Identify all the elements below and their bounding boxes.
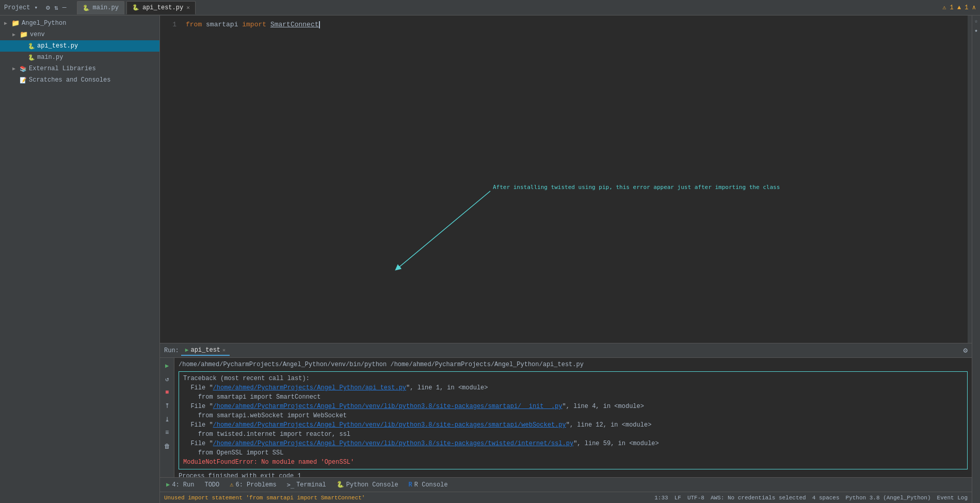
- status-python-ver[interactable]: Python 3.8 (Angel_Python): [846, 495, 931, 501]
- status-encoding[interactable]: UTF-8: [687, 495, 704, 501]
- root-label: Angel_Python: [22, 20, 66, 27]
- tree-item-api-test[interactable]: 🐍 api_test.py: [0, 40, 159, 52]
- editor-content[interactable]: 1 from smartapi import SmartConnect: [160, 15, 972, 343]
- status-aws[interactable]: AWS: No credentials selected: [711, 495, 806, 501]
- code-line-1: from smartapi import SmartConnect: [186, 20, 972, 30]
- ext-libs-label: External Libraries: [29, 65, 96, 72]
- tab-r-console[interactable]: R R Console: [405, 479, 452, 491]
- main-py-icon: 🐍: [28, 54, 35, 61]
- traceback-box: Traceback (most recent call last): File …: [179, 371, 968, 469]
- tb-link-2[interactable]: /home/ahmed/PycharmProjects/Angel_Python…: [213, 403, 563, 410]
- tree-item-root[interactable]: ▶ 📁 Angel_Python: [0, 18, 159, 29]
- tb-error-line: ModuleNotFoundError: No module named 'Op…: [183, 458, 963, 467]
- tb-line-7: File "/home/ahmed/PycharmProjects/Angel_…: [183, 439, 963, 448]
- main-py-label: main.py: [37, 54, 63, 61]
- status-bar: Unused import statement 'from smartapi i…: [160, 492, 972, 503]
- right-tool-bar: ☆ ★: [972, 15, 980, 503]
- svg-line-0: [397, 191, 490, 269]
- run-scroll-top-button[interactable]: ⤒: [162, 400, 173, 412]
- root-arrow: ▶: [4, 20, 11, 26]
- api-tab-label: api_test.py: [142, 4, 183, 11]
- tb-link-4[interactable]: /home/ahmed/PycharmProjects/Angel_Python…: [213, 440, 574, 447]
- venv-label: venv: [30, 31, 45, 38]
- tree-item-external-libs[interactable]: ▶ 📚 External Libraries: [0, 63, 159, 74]
- tb-link-3[interactable]: /home/ahmed/PycharmProjects/Angel_Python…: [213, 421, 566, 429]
- run-play-button[interactable]: ▶: [162, 360, 173, 371]
- run-scroll-bottom-button[interactable]: ⤓: [162, 414, 173, 425]
- venv-arrow: ▶: [12, 32, 20, 38]
- toolbar-minus-icon[interactable]: —: [62, 4, 67, 11]
- status-position[interactable]: 1:33: [654, 495, 668, 501]
- terminal-icon: >_: [287, 481, 294, 489]
- run-toolbar: ▶ ↺ ■ ⤒ ⤓ ≡ 🗑: [160, 358, 174, 477]
- run-rerun-button[interactable]: ↺: [162, 373, 173, 385]
- run-tab-bar: Run: ▶ api_test ✕ ⚙: [160, 343, 972, 358]
- run-tab-api-test[interactable]: ▶ api_test ✕: [181, 345, 230, 356]
- run-trash-button[interactable]: 🗑: [162, 441, 173, 452]
- tab-api-test[interactable]: 🐍 api_test.py ✕: [126, 1, 196, 14]
- tb-link-1[interactable]: /home/ahmed/PycharmProjects/Angel_Python…: [213, 384, 406, 391]
- bottom-tab-bar: ▶ 4: Run TODO ⚠ 6: Problems >_ Terminal …: [160, 477, 972, 492]
- tab-run[interactable]: ▶ 4: Run: [162, 479, 198, 491]
- status-bar-right: 1:33 LF UTF-8 AWS: No credentials select…: [654, 495, 968, 501]
- scratches-icon: 📝: [20, 77, 27, 84]
- venv-folder-icon: 📁: [20, 30, 28, 39]
- status-event-log[interactable]: Event Log: [937, 495, 968, 501]
- tree-item-main-py[interactable]: 🐍 main.py: [0, 52, 159, 63]
- file-tree-sidebar: ▶ 📁 Angel_Python ▶ 📁 venv 🐍 api_test.py …: [0, 15, 160, 503]
- ext-arrow: ▶: [12, 66, 20, 72]
- title-bar-left: Project ▾ ⚙ ⇅ —: [4, 4, 67, 12]
- run-label: Run:: [164, 347, 179, 354]
- annotation-svg: After installing twisted using pip, this…: [356, 165, 717, 279]
- run-filter-button[interactable]: ≡: [162, 427, 173, 438]
- text-cursor: [319, 21, 320, 28]
- project-dropdown-icon[interactable]: ▾: [34, 4, 38, 11]
- run-tab-icon-bottom: ▶: [166, 481, 170, 489]
- run-tab-label: api_test: [190, 347, 220, 354]
- tb-line-6: from twisted.internet import reactor, ss…: [183, 430, 963, 439]
- api-tab-close-icon[interactable]: ✕: [186, 4, 190, 11]
- tab-todo[interactable]: TODO: [200, 479, 223, 491]
- r-console-icon: R: [409, 481, 412, 489]
- tree-item-venv[interactable]: ▶ 📁 venv: [0, 29, 159, 40]
- main-tab-icon: 🐍: [83, 5, 90, 11]
- api-test-file-label: api_test.py: [37, 42, 78, 50]
- bottom-panel: Run: ▶ api_test ✕ ⚙ ▶ ↺ ■ ⤒ ⤓ ≡ 🗑: [160, 343, 972, 477]
- tb-line-2: from smartapi import SmartConnect: [183, 392, 963, 402]
- run-stop-button[interactable]: ■: [162, 387, 173, 398]
- run-panel-content: ▶ ↺ ■ ⤒ ⤓ ≡ 🗑 /home/ahmed/PycharmProject…: [160, 358, 972, 477]
- python-console-label: Python Console: [346, 481, 398, 489]
- editor-tabs: 🐍 main.py 🐍 api_test.py ✕: [77, 1, 196, 14]
- run-tab-icon: ▶: [185, 347, 189, 353]
- tb-line-4: from smartapi.webSocket import WebSocket: [183, 411, 963, 420]
- run-settings-icon[interactable]: ⚙: [963, 346, 968, 355]
- r-console-label: R Console: [414, 481, 448, 489]
- root-folder-icon: 📁: [11, 19, 20, 27]
- process-done: Process finished with exit code 1: [179, 471, 968, 477]
- toolbar-settings-icon[interactable]: ⚙: [46, 4, 50, 12]
- python-console-icon: 🐍: [336, 481, 344, 489]
- run-command-line: /home/ahmed/PycharmProjects/Angel_Python…: [179, 360, 968, 369]
- tab-main[interactable]: 🐍 main.py: [77, 1, 124, 14]
- status-spaces[interactable]: 4 spaces: [812, 495, 840, 501]
- tb-line-3: File "/home/ahmed/PycharmProjects/Angel_…: [183, 402, 963, 411]
- tab-python-console[interactable]: 🐍 Python Console: [332, 479, 403, 491]
- status-warning-msg: Unused import statement 'from smartapi i…: [164, 495, 365, 501]
- api-test-file-icon: 🐍: [28, 43, 35, 50]
- fav-btn-1[interactable]: ☆: [973, 18, 980, 25]
- toolbar-sync-icon[interactable]: ⇅: [54, 4, 58, 12]
- title-bar-right: ⚠ 1 ▲ 1 ∧: [942, 4, 976, 11]
- main-area: ▶ 📁 Angel_Python ▶ 📁 venv 🐍 api_test.py …: [0, 15, 980, 503]
- project-label[interactable]: Project: [4, 4, 30, 11]
- tab-terminal[interactable]: >_ Terminal: [283, 479, 330, 491]
- status-lf[interactable]: LF: [674, 495, 681, 501]
- run-tab-close[interactable]: ✕: [222, 347, 226, 353]
- editor-scrollbar[interactable]: [968, 15, 972, 343]
- tree-item-scratches[interactable]: 📝 Scratches and Consoles: [0, 74, 159, 86]
- run-tab-label-bottom: 4: Run: [172, 481, 194, 489]
- api-tab-icon: 🐍: [132, 4, 139, 11]
- tab-problems[interactable]: ⚠ 6: Problems: [226, 479, 280, 491]
- fav-btn-2[interactable]: ★: [973, 27, 980, 34]
- tb-line-1: File "/home/ahmed/PycharmProjects/Angel_…: [183, 383, 963, 392]
- warning-badge: ⚠ 1 ▲ 1 ∧: [942, 4, 976, 11]
